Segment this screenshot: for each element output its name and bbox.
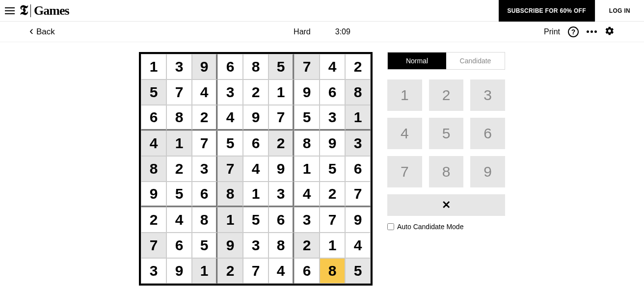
cell-5-6[interactable]: 4 <box>294 182 320 207</box>
cell-5-7[interactable]: 2 <box>320 182 345 207</box>
cell-7-4[interactable]: 3 <box>243 233 268 258</box>
cell-0-4[interactable]: 8 <box>243 54 268 79</box>
print-button[interactable]: Print <box>544 27 560 36</box>
cell-7-3[interactable]: 9 <box>217 233 243 258</box>
cell-0-8[interactable]: 2 <box>345 54 371 79</box>
cell-6-0[interactable]: 2 <box>141 207 166 233</box>
cell-6-3[interactable]: 1 <box>217 207 243 233</box>
numkey-2[interactable]: 2 <box>429 79 464 111</box>
cell-5-4[interactable]: 1 <box>243 182 268 207</box>
numkey-1[interactable]: 1 <box>387 79 422 111</box>
cell-8-7[interactable]: 8 <box>320 258 345 284</box>
more-icon[interactable] <box>587 30 597 33</box>
numkey-9[interactable]: 9 <box>470 156 505 187</box>
cell-2-6[interactable]: 5 <box>294 105 320 131</box>
cell-3-6[interactable]: 8 <box>294 131 320 156</box>
cell-6-8[interactable]: 9 <box>345 207 371 233</box>
login-button[interactable]: LOG IN <box>595 0 644 22</box>
cell-2-5[interactable]: 7 <box>268 105 294 131</box>
cell-8-3[interactable]: 2 <box>217 258 243 284</box>
cell-0-5[interactable]: 5 <box>268 54 294 79</box>
cell-5-5[interactable]: 3 <box>268 182 294 207</box>
cell-4-7[interactable]: 5 <box>320 156 345 182</box>
cell-5-8[interactable]: 7 <box>345 182 371 207</box>
tab-candidate[interactable]: Candidate <box>446 53 505 69</box>
cell-8-5[interactable]: 4 <box>268 258 294 284</box>
cell-3-5[interactable]: 2 <box>268 131 294 156</box>
cell-3-2[interactable]: 7 <box>192 131 217 156</box>
cell-8-4[interactable]: 7 <box>243 258 268 284</box>
cell-3-8[interactable]: 3 <box>345 131 371 156</box>
cell-1-5[interactable]: 1 <box>268 79 294 105</box>
cell-3-0[interactable]: 4 <box>141 131 166 156</box>
cell-1-8[interactable]: 8 <box>345 79 371 105</box>
cell-1-2[interactable]: 4 <box>192 79 217 105</box>
cell-3-3[interactable]: 5 <box>217 131 243 156</box>
cell-8-0[interactable]: 3 <box>141 258 166 284</box>
back-button[interactable]: ‹ Back <box>29 26 55 38</box>
cell-0-0[interactable]: 1 <box>141 54 166 79</box>
cell-6-4[interactable]: 5 <box>243 207 268 233</box>
cell-2-2[interactable]: 2 <box>192 105 217 131</box>
numkey-4[interactable]: 4 <box>387 118 422 149</box>
cell-2-8[interactable]: 1 <box>345 105 371 131</box>
cell-2-7[interactable]: 3 <box>320 105 345 131</box>
cell-6-5[interactable]: 6 <box>268 207 294 233</box>
cell-2-3[interactable]: 4 <box>217 105 243 131</box>
tab-normal[interactable]: Normal <box>388 53 446 69</box>
cell-8-6[interactable]: 6 <box>294 258 320 284</box>
cell-5-1[interactable]: 5 <box>166 182 192 207</box>
numkey-8[interactable]: 8 <box>429 156 464 187</box>
cell-0-7[interactable]: 4 <box>320 54 345 79</box>
cell-2-0[interactable]: 6 <box>141 105 166 131</box>
cell-6-2[interactable]: 8 <box>192 207 217 233</box>
cell-0-2[interactable]: 9 <box>192 54 217 79</box>
cell-7-6[interactable]: 2 <box>294 233 320 258</box>
cell-0-1[interactable]: 3 <box>166 54 192 79</box>
cell-1-3[interactable]: 3 <box>217 79 243 105</box>
cell-2-1[interactable]: 8 <box>166 105 192 131</box>
numkey-5[interactable]: 5 <box>429 118 464 149</box>
cell-4-8[interactable]: 6 <box>345 156 371 182</box>
cell-4-2[interactable]: 3 <box>192 156 217 182</box>
cell-8-2[interactable]: 1 <box>192 258 217 284</box>
cell-0-6[interactable]: 7 <box>294 54 320 79</box>
cell-1-0[interactable]: 5 <box>141 79 166 105</box>
cell-6-7[interactable]: 7 <box>320 207 345 233</box>
cell-1-6[interactable]: 9 <box>294 79 320 105</box>
cell-8-8[interactable]: 5 <box>345 258 371 284</box>
cell-7-8[interactable]: 4 <box>345 233 371 258</box>
cell-4-3[interactable]: 7 <box>217 156 243 182</box>
cell-7-1[interactable]: 6 <box>166 233 192 258</box>
cell-1-7[interactable]: 6 <box>320 79 345 105</box>
clear-button[interactable]: ✕ <box>387 194 505 216</box>
cell-3-4[interactable]: 6 <box>243 131 268 156</box>
cell-7-0[interactable]: 7 <box>141 233 166 258</box>
cell-5-3[interactable]: 8 <box>217 182 243 207</box>
cell-4-0[interactable]: 8 <box>141 156 166 182</box>
cell-4-6[interactable]: 1 <box>294 156 320 182</box>
cell-1-4[interactable]: 2 <box>243 79 268 105</box>
cell-3-7[interactable]: 9 <box>320 131 345 156</box>
cell-7-5[interactable]: 8 <box>268 233 294 258</box>
cell-5-0[interactable]: 9 <box>141 182 166 207</box>
cell-3-1[interactable]: 1 <box>166 131 192 156</box>
cell-6-1[interactable]: 4 <box>166 207 192 233</box>
numkey-7[interactable]: 7 <box>387 156 422 187</box>
subscribe-button[interactable]: SUBSCRIBE FOR 60% OFF <box>499 0 595 22</box>
numkey-6[interactable]: 6 <box>470 118 505 149</box>
gear-icon[interactable] <box>605 26 615 38</box>
cell-2-4[interactable]: 9 <box>243 105 268 131</box>
auto-candidate-checkbox[interactable] <box>387 223 394 230</box>
cell-5-2[interactable]: 6 <box>192 182 217 207</box>
cell-1-1[interactable]: 7 <box>166 79 192 105</box>
cell-8-1[interactable]: 9 <box>166 258 192 284</box>
cell-0-3[interactable]: 6 <box>217 54 243 79</box>
cell-4-4[interactable]: 4 <box>243 156 268 182</box>
help-icon[interactable]: ? <box>568 26 579 37</box>
logo[interactable]: 𝕿 Games <box>20 2 69 19</box>
cell-4-5[interactable]: 9 <box>268 156 294 182</box>
numkey-3[interactable]: 3 <box>470 79 505 111</box>
cell-7-2[interactable]: 5 <box>192 233 217 258</box>
menu-icon[interactable] <box>2 7 18 14</box>
